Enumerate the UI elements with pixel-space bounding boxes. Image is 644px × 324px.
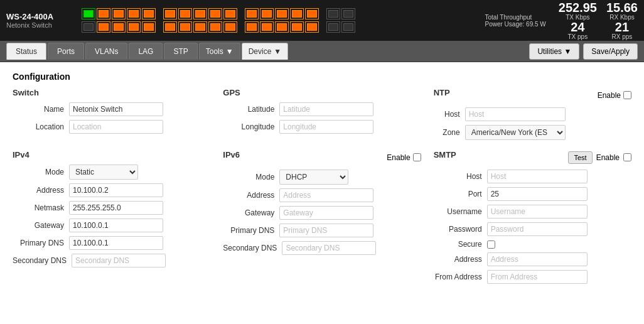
smtp-section: SMTP Test Enable Host Port Username <box>434 150 631 288</box>
smtp-enable-label: Enable <box>596 153 620 162</box>
smtp-port-row: Port <box>434 187 631 201</box>
stats-panel: Total Throughput Power Usage: 69.5 W 252… <box>485 1 638 40</box>
tx-pps-value: 24 <box>571 21 584 33</box>
switch-location-input[interactable] <box>69 120 163 134</box>
gps-section-title: GPS <box>223 88 421 97</box>
ntp-enable-checkbox[interactable] <box>623 91 631 99</box>
power-usage-label: Power Usage: 69.5 W <box>485 21 546 28</box>
ipv6-gateway-label: Gateway <box>223 208 279 217</box>
smtp-password-row: Password <box>434 222 631 236</box>
ntp-host-row: Host <box>434 107 631 121</box>
ipv6-primary-dns-label: Primary DNS <box>223 226 279 235</box>
port-b7 <box>178 21 192 33</box>
gps-section: GPS Latitude Longitude <box>223 88 421 144</box>
rx-kbps-unit: RX Kbps <box>609 14 634 21</box>
smtp-from-address-row: From Address <box>434 270 631 284</box>
header: WS-24-400A Netonix Switch <box>0 0 644 41</box>
smtp-password-input[interactable] <box>487 222 588 236</box>
smtp-from-address-input[interactable] <box>487 270 588 284</box>
gps-latitude-label: Latitude <box>223 105 279 114</box>
ntp-enable-row: Enable <box>598 91 631 100</box>
smtp-secure-checkbox[interactable] <box>487 240 495 249</box>
port-16 <box>326 8 340 19</box>
ipv6-address-label: Address <box>223 191 279 200</box>
smtp-section-title: SMTP <box>434 150 456 159</box>
port-8 <box>193 8 207 19</box>
gps-latitude-input[interactable] <box>279 102 373 116</box>
stat-columns: 252.95 TX Kbps 24 TX pps 15.66 RX Kbps 2… <box>559 1 638 40</box>
port-b10 <box>223 21 237 33</box>
ipv4-address-input[interactable] <box>69 183 163 197</box>
save-apply-button[interactable]: Save/Apply <box>583 43 638 60</box>
ipv4-secondary-dns-label: Secondary DNS <box>13 256 72 265</box>
smtp-address-label: Address <box>434 255 487 264</box>
ipv4-mode-select[interactable]: Static DHCP <box>69 165 138 180</box>
tab-ports[interactable]: Ports <box>48 43 84 60</box>
switch-name-row: Name <box>13 102 210 116</box>
ipv6-mode-select[interactable]: DHCP Static <box>279 170 348 185</box>
tab-stp[interactable]: STP <box>164 43 197 60</box>
ipv6-gateway-row: Gateway <box>223 206 421 220</box>
switch-section-title: Switch <box>13 88 210 97</box>
gps-longitude-input[interactable] <box>279 120 373 134</box>
tab-device[interactable]: Device ▼ <box>242 43 289 60</box>
tab-lag[interactable]: LAG <box>129 43 163 60</box>
port-b3 <box>112 21 126 33</box>
main-content: Configuration Switch Name Location GPS L… <box>0 62 644 324</box>
ipv6-secondary-dns-input[interactable] <box>282 241 376 255</box>
smtp-port-input[interactable] <box>487 187 588 201</box>
tab-status[interactable]: Status <box>6 43 46 60</box>
ipv6-mode-row: Mode DHCP Static <box>223 170 421 185</box>
ipv6-enable-checkbox[interactable] <box>413 153 421 161</box>
port-diagram <box>82 8 355 33</box>
port-10 <box>223 8 237 19</box>
ipv6-header-row: IPv6 Enable <box>223 150 421 165</box>
port-4 <box>127 8 141 19</box>
port-b15 <box>305 21 319 33</box>
switch-name-input[interactable] <box>69 102 163 116</box>
ipv6-gateway-input[interactable] <box>279 206 373 220</box>
smtp-test-button[interactable]: Test <box>568 151 592 164</box>
ipv4-gateway-input[interactable] <box>69 219 163 232</box>
ipv6-primary-dns-row: Primary DNS <box>223 224 421 237</box>
switch-location-row: Location <box>13 120 210 134</box>
smtp-password-label: Password <box>434 225 487 234</box>
smtp-host-row: Host <box>434 170 631 183</box>
switch-name-label: Name <box>13 105 69 114</box>
port-b12 <box>260 21 274 33</box>
ipv4-netmask-input[interactable] <box>69 201 163 215</box>
ntp-section: NTP Enable Host Zone America/New York (E… <box>434 88 631 144</box>
ntp-host-input[interactable] <box>465 107 566 121</box>
port-1 <box>82 8 95 19</box>
ntp-enable-label: Enable <box>598 91 621 100</box>
config-grid: Switch Name Location GPS Latitude Longit… <box>13 88 631 288</box>
tab-vlans[interactable]: VLANs <box>85 43 127 60</box>
smtp-enable-checkbox[interactable] <box>623 153 631 161</box>
tab-tools[interactable]: Tools ▼ <box>199 43 240 60</box>
device-dropdown-icon: ▼ <box>274 47 281 56</box>
ipv4-secondary-dns-input[interactable] <box>72 254 166 267</box>
smtp-host-input[interactable] <box>487 170 588 183</box>
rx-kbps-value: 15.66 <box>606 1 638 14</box>
rx-pps-value: 21 <box>615 21 629 33</box>
device-model: WS-24-400A <box>6 12 75 21</box>
smtp-username-input[interactable] <box>487 205 588 219</box>
ipv6-primary-dns-input[interactable] <box>279 224 373 237</box>
port-b5 <box>142 21 156 33</box>
port-2 <box>97 8 110 19</box>
smtp-controls: Test Enable <box>568 151 631 164</box>
smtp-address-input[interactable] <box>487 252 588 266</box>
tx-kbps-value: 252.95 <box>559 1 597 14</box>
port-3 <box>112 8 126 19</box>
ipv4-primary-dns-input[interactable] <box>69 236 163 250</box>
smtp-port-label: Port <box>434 190 487 198</box>
ipv6-address-input[interactable] <box>279 188 373 202</box>
port-9 <box>208 8 222 19</box>
utilities-button[interactable]: Utilities ▼ <box>529 43 579 60</box>
smtp-address-row: Address <box>434 252 631 266</box>
ntp-zone-select[interactable]: America/New York (ES America/Chicago (CS… <box>465 125 566 140</box>
port-12 <box>260 8 274 19</box>
config-title: Configuration <box>13 72 631 82</box>
port-b14 <box>290 21 304 33</box>
smtp-from-address-label: From Address <box>434 273 487 281</box>
